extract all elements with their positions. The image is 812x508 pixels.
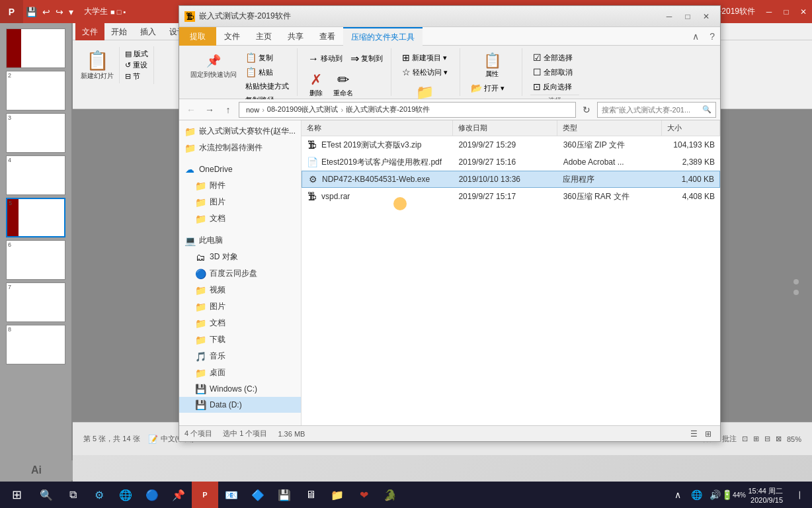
taskbar-explorer-btn[interactable]: 📁: [324, 482, 350, 508]
file-row-2[interactable]: ⚙ NDP472-KB4054531-Web.exe 2019/10/10 13…: [302, 171, 720, 188]
ppt-undo-icon[interactable]: ↩: [40, 7, 53, 17]
open-btn[interactable]: 📂 打开 ▾: [468, 81, 516, 95]
paste-btn[interactable]: 📋 粘贴: [243, 65, 292, 79]
sidebar-item-computer[interactable]: 💻 此电脑: [179, 232, 301, 249]
copy-btn[interactable]: 📋 复制: [243, 51, 292, 64]
select-all-btn[interactable]: ☑ 全部选择: [530, 51, 575, 64]
sidebar-item-documents[interactable]: 📁 文档: [179, 210, 301, 227]
sidebar-item-pic2[interactable]: 📁 图片: [179, 298, 301, 315]
ppt-new-slide-btn[interactable]: 📋: [86, 50, 109, 71]
slide-thumb-3[interactable]: 3: [6, 113, 65, 153]
refresh-btn[interactable]: ↻: [579, 102, 594, 118]
taskbar-app-3[interactable]: 🔵: [139, 482, 165, 508]
search-input[interactable]: [602, 106, 702, 114]
slide-dot-nav-2[interactable]: [793, 290, 799, 295]
col-header-date[interactable]: 修改日期: [453, 120, 557, 136]
ppt-reset-btn[interactable]: ↺重设: [125, 60, 148, 70]
help-btn[interactable]: ?: [704, 27, 720, 45]
tile-view-btn[interactable]: ⊞: [702, 428, 715, 440]
start-button[interactable]: ⊞: [0, 482, 33, 508]
ribbon-collapse-btn[interactable]: ∧: [687, 27, 704, 45]
tray-show-desktop-btn[interactable]: ▕: [788, 482, 807, 508]
ppt-section-btn[interactable]: ⊟节: [125, 71, 148, 81]
taskbar-app-10[interactable]: 🐊: [377, 482, 403, 508]
path-segment-1[interactable]: 08-201909嵌入式测试: [264, 105, 341, 114]
taskbar-search-btn[interactable]: 🔍: [33, 482, 60, 508]
ppt-comments-btn[interactable]: 批注: [722, 434, 737, 444]
ppt-minimize-btn[interactable]: ─: [760, 5, 778, 19]
delete-btn[interactable]: ✗ 删除: [305, 70, 327, 99]
sidebar-item-pictures[interactable]: 📁 图片: [179, 194, 301, 210]
file-row-0[interactable]: 🗜 ETest 2019测试大赛版v3.zip 2019/9/27 15:29 …: [302, 136, 720, 153]
minimize-btn[interactable]: ─: [661, 10, 678, 23]
rename-btn[interactable]: ✏ 重命名: [329, 70, 357, 99]
taskbar-app-2[interactable]: 🌐: [112, 482, 139, 508]
slide-thumb-5[interactable]: 5: [6, 198, 65, 237]
sidebar-item-3d[interactable]: 🗂 3D 对象: [179, 249, 301, 265]
ppt-tab-start[interactable]: 开始: [104, 23, 134, 40]
ppt-maximize-btn[interactable]: □: [778, 5, 795, 19]
slide-thumb-2[interactable]: 2: [6, 71, 65, 110]
tab-compress-tools[interactable]: 压缩的文件夹工具: [343, 27, 423, 46]
ppt-view-sort[interactable]: ⊞: [753, 435, 759, 443]
sidebar-item-c-drive[interactable]: 💾 Windows (C:): [179, 381, 301, 397]
tray-battery-btn[interactable]: 🔋 44%: [724, 482, 743, 508]
slide-thumb-8[interactable]: 8: [6, 325, 65, 364]
ppt-redo-icon[interactable]: ↪: [53, 7, 66, 17]
tab-home[interactable]: 主页: [248, 27, 280, 46]
sidebar-item-onedrive[interactable]: ☁ OneDrive: [179, 161, 301, 177]
tab-file[interactable]: 文件: [216, 27, 248, 46]
paste-shortcut-btn[interactable]: 粘贴快捷方式: [243, 80, 292, 93]
taskbar-app-9[interactable]: ❤: [350, 482, 377, 508]
taskbar-app-8[interactable]: 🖥: [298, 482, 324, 508]
ppt-tab-file[interactable]: 文件: [75, 23, 104, 40]
file-row-1[interactable]: 📄 Etest2019考试客户端使用教程.pdf 2019/9/27 15:16…: [302, 153, 720, 171]
up-btn[interactable]: ↑: [220, 102, 236, 118]
properties-btn[interactable]: 📋 属性: [468, 51, 516, 80]
ppt-layout-btn[interactable]: ▤版式: [125, 49, 148, 59]
easy-access-btn[interactable]: ☆ 轻松访问 ▾: [399, 65, 450, 79]
invert-select-btn[interactable]: ⊡ 反向选择: [530, 80, 575, 93]
forward-btn[interactable]: →: [202, 102, 218, 118]
sidebar-item-downloads[interactable]: 📁 下载: [179, 331, 301, 348]
col-header-type[interactable]: 类型: [557, 120, 662, 136]
taskbar-clock[interactable]: 15:44 周二 2020/9/15: [743, 486, 788, 504]
slide-thumb-6[interactable]: 6: [6, 240, 65, 280]
slide-thumb-1[interactable]: 1: [6, 28, 65, 68]
slide-dot-nav-1[interactable]: [793, 279, 799, 284]
sidebar-item-video[interactable]: 📁 视频: [179, 282, 301, 298]
col-header-size[interactable]: 大小: [662, 120, 720, 136]
ppt-view-normal[interactable]: ⊡: [742, 435, 748, 443]
path-now[interactable]: now: [243, 106, 262, 114]
back-btn[interactable]: ←: [183, 102, 199, 118]
taskbar-app-4[interactable]: 📌: [165, 482, 192, 508]
pin-btn[interactable]: 📌 固定到快速访问: [187, 51, 240, 81]
tray-network-btn[interactable]: 🌐: [687, 482, 706, 508]
path-segment-2[interactable]: 嵌入式测试大赛-2019软件: [343, 105, 432, 114]
slide-thumb-7[interactable]: 7: [6, 282, 65, 322]
tab-extract[interactable]: 提取: [179, 27, 216, 46]
deselect-all-btn[interactable]: ☐ 全部取消: [530, 65, 575, 79]
slide-thumb-4[interactable]: 4: [6, 155, 65, 195]
taskbar-app-6[interactable]: 🔷: [245, 482, 271, 508]
file-row-3[interactable]: 🗜 vspd.rar 2019/9/27 15:17 360压缩 RAR 文件 …: [302, 188, 720, 205]
new-item-btn[interactable]: ⊞ 新建项目 ▾: [399, 51, 450, 64]
ppt-save-icon[interactable]: 💾: [23, 7, 40, 17]
sidebar-item-desktop[interactable]: 📁 桌面: [179, 364, 301, 381]
sidebar-item-music[interactable]: 🎵 音乐: [179, 348, 301, 364]
copy-to-btn[interactable]: ⇒ 复制到: [348, 51, 386, 66]
taskbar-ppt-app[interactable]: P: [192, 482, 218, 508]
tab-share[interactable]: 共享: [280, 27, 311, 46]
sidebar-item-docs2[interactable]: 📁 文档: [179, 315, 301, 331]
sidebar-item-baidu[interactable]: 🔵 百度云同步盘: [179, 265, 301, 282]
sidebar-item-d-drive[interactable]: 💾 Data (D:): [179, 397, 301, 413]
maximize-btn[interactable]: □: [679, 10, 696, 23]
ppt-view-reading[interactable]: ⊟: [764, 435, 770, 443]
detail-view-btn[interactable]: ☰: [687, 428, 700, 440]
tab-view[interactable]: 查看: [311, 27, 343, 46]
col-header-name[interactable]: 名称: [302, 120, 453, 136]
address-path[interactable]: now › 08-201909嵌入式测试 › 嵌入式测试大赛-2019软件: [239, 102, 576, 118]
taskbar-app-7[interactable]: 💾: [271, 482, 298, 508]
ppt-view-fullscreen[interactable]: ⊠: [776, 435, 782, 443]
ppt-tab-insert[interactable]: 插入: [134, 23, 163, 40]
